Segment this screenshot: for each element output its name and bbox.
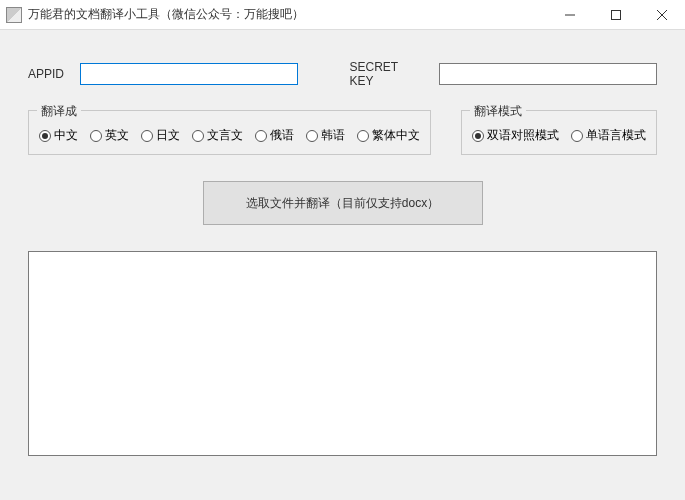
radio-icon (39, 130, 51, 142)
secret-key-label: SECRET KEY (350, 60, 423, 88)
window-title: 万能君的文档翻译小工具（微信公众号：万能搜吧） (28, 6, 547, 23)
radio-icon (306, 130, 318, 142)
output-textarea[interactable] (28, 251, 657, 456)
radio-label: 单语言模式 (586, 127, 646, 144)
translate-mode-radio-0[interactable]: 双语对照模式 (472, 127, 559, 144)
translate-to-radio-6[interactable]: 繁体中文 (357, 127, 420, 144)
radio-label: 俄语 (270, 127, 294, 144)
titlebar: 万能君的文档翻译小工具（微信公众号：万能搜吧） (0, 0, 685, 30)
radio-icon (192, 130, 204, 142)
radio-label: 韩语 (321, 127, 345, 144)
translate-to-radio-2[interactable]: 日文 (141, 127, 180, 144)
radio-icon (90, 130, 102, 142)
credentials-row: APPID SECRET KEY (28, 60, 657, 88)
radio-label: 中文 (54, 127, 78, 144)
radio-icon (571, 130, 583, 142)
content-area: APPID SECRET KEY 翻译成 中文英文日文文言文俄语韩语繁体中文 翻… (0, 30, 685, 500)
secret-key-input[interactable] (439, 63, 657, 85)
minimize-button[interactable] (547, 0, 593, 29)
options-row: 翻译成 中文英文日文文言文俄语韩语繁体中文 翻译模式 双语对照模式单语言模式 (28, 110, 657, 155)
translate-to-radio-4[interactable]: 俄语 (255, 127, 294, 144)
radio-icon (141, 130, 153, 142)
action-row: 选取文件并翻译（目前仅支持docx） (28, 181, 657, 225)
translate-to-radio-5[interactable]: 韩语 (306, 127, 345, 144)
radio-label: 双语对照模式 (487, 127, 559, 144)
translate-mode-radio-1[interactable]: 单语言模式 (571, 127, 646, 144)
translate-to-radio-3[interactable]: 文言文 (192, 127, 243, 144)
radio-label: 繁体中文 (372, 127, 420, 144)
radio-label: 文言文 (207, 127, 243, 144)
translate-to-radio-0[interactable]: 中文 (39, 127, 78, 144)
translate-to-group: 翻译成 中文英文日文文言文俄语韩语繁体中文 (28, 110, 431, 155)
window-controls (547, 0, 685, 29)
translate-mode-group: 翻译模式 双语对照模式单语言模式 (461, 110, 657, 155)
svg-rect-1 (612, 10, 621, 19)
appid-label: APPID (28, 67, 64, 81)
radio-icon (357, 130, 369, 142)
close-button[interactable] (639, 0, 685, 29)
radio-label: 日文 (156, 127, 180, 144)
radio-icon (255, 130, 267, 142)
appid-input[interactable] (80, 63, 298, 85)
select-file-translate-button[interactable]: 选取文件并翻译（目前仅支持docx） (203, 181, 483, 225)
maximize-button[interactable] (593, 0, 639, 29)
app-icon (6, 7, 22, 23)
radio-label: 英文 (105, 127, 129, 144)
translate-to-radio-1[interactable]: 英文 (90, 127, 129, 144)
translate-to-legend: 翻译成 (37, 103, 81, 120)
translate-mode-legend: 翻译模式 (470, 103, 526, 120)
radio-icon (472, 130, 484, 142)
